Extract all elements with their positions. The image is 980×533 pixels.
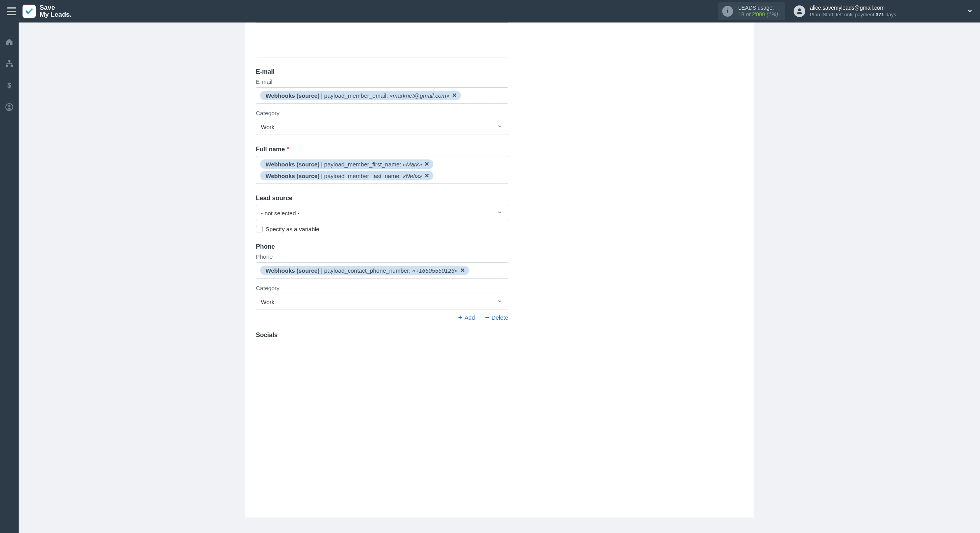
brand-logo[interactable] — [23, 5, 36, 18]
brand-line-2: My Leads. — [40, 11, 71, 18]
tag-email[interactable]: Webhooks (source) | payload_member_email… — [260, 91, 461, 100]
hamburger-menu-icon[interactable] — [7, 7, 16, 15]
full-name-section-label: Full name * — [256, 146, 743, 153]
tag-remove-icon[interactable]: ✕ — [424, 172, 429, 179]
account-email: alice.savemyleads@gmail.com — [810, 5, 896, 11]
email-input[interactable]: Webhooks (source) | payload_member_email… — [256, 87, 508, 104]
email-section-label: E-mail — [256, 68, 743, 75]
tag-first-name[interactable]: Webhooks (source) | payload_member_first… — [260, 159, 433, 169]
chevron-down-icon — [497, 299, 502, 305]
form-card: E-mail E-mail Webhooks (source) | payloa… — [245, 22, 754, 517]
specify-variable-checkbox-row[interactable]: Specify as a variable — [256, 226, 743, 232]
usage-box: i LEADS usage: 18 of 2'000 (1%) — [718, 2, 785, 20]
chevron-down-icon[interactable] — [967, 8, 973, 15]
svg-rect-2 — [6, 65, 8, 67]
home-icon — [5, 38, 14, 46]
account-text: alice.savemyleads@gmail.com Plan |Start|… — [810, 5, 896, 18]
email-field-label: E-mail — [256, 78, 743, 85]
brand-name: Save My Leads. — [40, 4, 71, 18]
phone-category-select[interactable]: Work — [256, 294, 508, 310]
usage-percent: (1%) — [766, 11, 778, 17]
sidebar-item-profile[interactable] — [0, 101, 19, 113]
tag-remove-icon[interactable]: ✕ — [452, 92, 457, 99]
brand-line-1: Save — [40, 4, 55, 11]
tag-remove-icon[interactable]: ✕ — [460, 267, 465, 274]
tag-remove-icon[interactable]: ✕ — [424, 161, 429, 168]
tag-phone[interactable]: Webhooks (source) | payload_contact_phon… — [260, 266, 469, 275]
phone-actions: + Add − Delete — [256, 314, 508, 321]
minus-icon: − — [485, 314, 489, 321]
phone-input[interactable]: Webhooks (source) | payload_contact_phon… — [256, 262, 508, 279]
user-avatar-icon — [794, 5, 805, 17]
account-menu[interactable]: alice.savemyleads@gmail.com Plan |Start|… — [794, 5, 973, 18]
specify-variable-label: Specify as a variable — [266, 226, 319, 232]
usage-total: 2'000 — [752, 11, 765, 17]
usage-of: of — [746, 11, 751, 17]
dollar-icon: $ — [5, 81, 14, 90]
lead-source-select[interactable]: - not selected - — [256, 205, 508, 221]
info-icon: i — [722, 6, 733, 17]
full-name-input[interactable]: Webhooks (source) | payload_member_first… — [256, 156, 508, 184]
sitemap-icon — [5, 59, 14, 68]
chevron-down-icon — [497, 210, 502, 216]
plus-icon: + — [458, 314, 462, 321]
email-category-label: Category — [256, 110, 743, 116]
svg-text:$: $ — [7, 81, 11, 89]
svg-point-6 — [8, 105, 10, 107]
lead-source-section-label: Lead source — [256, 195, 743, 202]
sidebar-item-billing[interactable]: $ — [0, 79, 19, 92]
sidebar: $ — [0, 22, 19, 533]
description-input[interactable] — [256, 22, 508, 57]
phone-category-label: Category — [256, 285, 743, 291]
top-bar: Save My Leads. i LEADS usage: 18 of 2'00… — [0, 0, 980, 22]
phone-category-value: Work — [261, 299, 275, 305]
add-button[interactable]: + Add — [458, 314, 475, 321]
chevron-down-icon — [497, 124, 502, 130]
phone-section-label: Phone — [256, 243, 743, 250]
usage-text: LEADS usage: 18 of 2'000 (1%) — [738, 5, 778, 18]
sidebar-item-home[interactable] — [0, 36, 19, 48]
lead-source-value: - not selected - — [261, 210, 299, 216]
email-category-select[interactable]: Work — [256, 119, 508, 135]
phone-field-label: Phone — [256, 253, 743, 260]
tag-last-name[interactable]: Webhooks (source) | payload_member_last_… — [260, 171, 433, 180]
svg-rect-1 — [8, 60, 10, 62]
usage-current: 18 — [738, 11, 745, 17]
account-plan: Plan |Start| left until payment 371 days — [810, 12, 896, 17]
sidebar-item-connections[interactable] — [0, 57, 19, 70]
user-icon — [5, 103, 14, 111]
socials-section-label: Socials — [256, 332, 743, 339]
checkmark-icon — [25, 7, 33, 16]
required-star-icon: * — [287, 146, 289, 152]
usage-title: LEADS usage: — [738, 5, 778, 11]
specify-variable-checkbox[interactable] — [256, 226, 262, 232]
email-category-value: Work — [261, 124, 275, 130]
delete-button[interactable]: − Delete — [485, 314, 508, 321]
svg-point-0 — [798, 9, 801, 11]
svg-rect-3 — [11, 65, 13, 67]
